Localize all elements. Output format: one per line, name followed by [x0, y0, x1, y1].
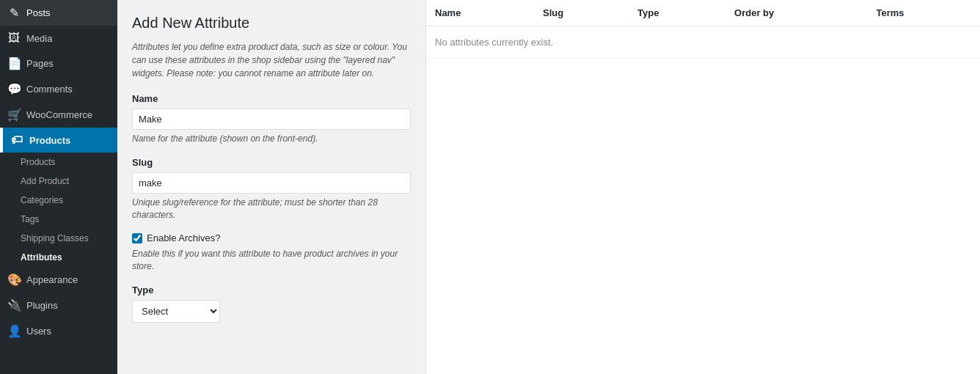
users-icon: 👤 — [7, 324, 21, 338]
products-icon: 🏷 — [10, 133, 23, 147]
table-area: Name Slug Type Order by Terms No attribu… — [425, 0, 980, 374]
slug-label: Slug — [132, 157, 411, 168]
table-header-row: Name Slug Type Order by Terms — [426, 0, 980, 26]
sidebar-item-label: Posts — [26, 7, 51, 18]
enable-archives-label[interactable]: Enable Archives? — [147, 232, 220, 243]
col-type: Type — [629, 0, 725, 26]
sidebar-subitem-shipping-classes[interactable]: Shipping Classes — [0, 229, 117, 248]
sidebar-item-plugins[interactable]: 🔌 Plugins — [0, 293, 117, 318]
sidebar-subitem-label: Add Product — [21, 176, 69, 186]
sidebar-subitem-products[interactable]: Products — [0, 153, 117, 172]
type-select[interactable]: Select Text Color Image Button — [132, 300, 220, 323]
col-terms: Terms — [867, 0, 980, 26]
type-field-group: Type Select Text Color Image Button — [132, 285, 411, 323]
sidebar-item-pages[interactable]: 📄 Pages — [0, 51, 117, 76]
type-label: Type — [132, 285, 411, 296]
name-field-group: Name Name for the attribute (shown on th… — [132, 93, 411, 145]
sidebar-item-label: Plugins — [26, 300, 58, 311]
plugins-icon: 🔌 — [7, 298, 21, 312]
archives-field-group: Enable Archives? Enable this if you want… — [132, 232, 411, 273]
name-hint: Name for the attribute (shown on the fro… — [132, 133, 411, 145]
slug-input[interactable] — [132, 172, 411, 194]
sidebar-subitem-categories[interactable]: Categories — [0, 191, 117, 210]
posts-icon: ✎ — [7, 6, 21, 20]
slug-hint: Unique slug/reference for the attribute;… — [132, 197, 411, 221]
sidebar-item-woocommerce[interactable]: 🛒 WooCommerce — [0, 102, 117, 128]
sidebar-item-media[interactable]: 🖼 Media — [0, 26, 117, 51]
sidebar-item-products[interactable]: 🏷 Products — [0, 128, 117, 153]
no-items-text: No attributes currently exist. — [426, 26, 980, 59]
enable-archives-hint: Enable this if you want this attribute t… — [132, 248, 411, 273]
sidebar-subitem-label: Categories — [21, 195, 63, 205]
appearance-icon: 🎨 — [7, 273, 21, 287]
sidebar-subitem-label: Products — [21, 157, 55, 167]
col-order-by: Order by — [725, 0, 867, 26]
sidebar-item-appearance[interactable]: 🎨 Appearance — [0, 267, 117, 293]
sidebar-item-label: Appearance — [26, 274, 78, 285]
pages-icon: 📄 — [7, 56, 21, 70]
slug-field-group: Slug Unique slug/reference for the attri… — [132, 157, 411, 221]
woocommerce-icon: 🛒 — [7, 108, 21, 122]
sidebar-subitem-tags[interactable]: Tags — [0, 210, 117, 229]
media-icon: 🖼 — [7, 32, 21, 45]
name-input[interactable] — [132, 109, 411, 130]
sidebar-item-label: Media — [26, 33, 52, 44]
sidebar-item-label: WooCommerce — [26, 109, 92, 120]
sidebar-item-users[interactable]: 👤 Users — [0, 318, 117, 344]
enable-archives-checkbox[interactable] — [132, 233, 142, 243]
sidebar-item-comments[interactable]: 💬 Comments — [0, 76, 117, 102]
sidebar-item-label: Products — [29, 135, 70, 146]
form-title: Add New Attribute — [132, 15, 411, 32]
name-label: Name — [132, 93, 411, 104]
sidebar-subitem-label: Tags — [21, 214, 39, 224]
sidebar-item-label: Comments — [26, 84, 73, 95]
sidebar-subitem-label: Shipping Classes — [21, 233, 89, 243]
col-slug: Slug — [534, 0, 629, 26]
col-name: Name — [426, 0, 534, 26]
form-description: Attributes let you define extra product … — [132, 40, 411, 80]
sidebar-subitem-label: Attributes — [21, 252, 62, 263]
sidebar-item-label: Pages — [26, 58, 54, 69]
form-area: Add New Attribute Attributes let you def… — [117, 0, 425, 374]
no-items-row: No attributes currently exist. — [426, 26, 980, 59]
attributes-table: Name Slug Type Order by Terms No attribu… — [426, 0, 980, 59]
sidebar-item-posts[interactable]: ✎ Posts — [0, 0, 117, 26]
sidebar: ✎ Posts 🖼 Media 📄 Pages 💬 Comments 🛒 Woo… — [0, 0, 117, 374]
enable-archives-row: Enable Archives? — [132, 232, 411, 243]
sidebar-subitem-attributes[interactable]: Attributes — [0, 248, 117, 267]
sidebar-item-label: Users — [26, 326, 51, 337]
main-content: Add New Attribute Attributes let you def… — [117, 0, 980, 374]
comments-icon: 💬 — [7, 82, 21, 96]
sidebar-subitem-add-product[interactable]: Add Product — [0, 172, 117, 191]
